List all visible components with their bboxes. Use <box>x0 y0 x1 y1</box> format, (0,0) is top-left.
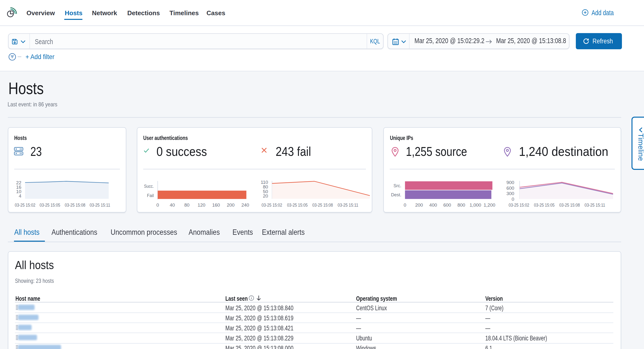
svg-text:03-25 15:08: 03-25 15:08 <box>312 202 333 208</box>
svg-text:03-25 15:05: 03-25 15:05 <box>40 202 60 208</box>
svg-text:03-25 15:11: 03-25 15:11 <box>90 202 110 208</box>
svg-text:120: 120 <box>198 202 206 208</box>
svg-text:03-25 15:02: 03-25 15:02 <box>15 202 35 208</box>
svg-text:03-25 15:11: 03-25 15:11 <box>585 202 605 208</box>
svg-text:03-25 15:02: 03-25 15:02 <box>262 202 282 208</box>
svg-text:Dest.: Dest. <box>391 192 402 197</box>
svg-text:200: 200 <box>227 202 235 208</box>
svg-text:0: 0 <box>404 202 406 208</box>
svg-text:Fail: Fail <box>147 193 154 198</box>
svg-text:40: 40 <box>170 202 175 208</box>
svg-text:600: 600 <box>506 186 514 191</box>
svg-text:03-25 15:08: 03-25 15:08 <box>559 202 580 208</box>
svg-text:240: 240 <box>241 202 249 208</box>
svg-text:300: 300 <box>506 191 514 196</box>
svg-text:80: 80 <box>184 202 189 208</box>
svg-text:20: 20 <box>263 193 268 199</box>
svg-text:03-25 15:02: 03-25 15:02 <box>509 202 529 208</box>
svg-text:400: 400 <box>429 202 437 208</box>
svg-text:1,200: 1,200 <box>484 202 496 208</box>
svg-text:600: 600 <box>444 202 451 208</box>
svg-text:03-25 15:05: 03-25 15:05 <box>287 202 308 208</box>
svg-text:03-25 15:08: 03-25 15:08 <box>65 202 85 208</box>
svg-text:03-25 15:05: 03-25 15:05 <box>534 202 554 208</box>
svg-text:160: 160 <box>212 202 220 208</box>
svg-text:200: 200 <box>415 202 423 208</box>
svg-text:Src.: Src. <box>394 183 402 188</box>
svg-text:03-25 15:11: 03-25 15:11 <box>338 202 358 208</box>
svg-text:Succ.: Succ. <box>144 184 154 189</box>
svg-text:1,000: 1,000 <box>470 202 482 208</box>
svg-text:800: 800 <box>457 202 465 208</box>
svg-text:0: 0 <box>512 197 514 202</box>
svg-text:900: 900 <box>506 180 514 185</box>
svg-text:0: 0 <box>156 202 159 208</box>
svg-text:4: 4 <box>19 193 21 199</box>
